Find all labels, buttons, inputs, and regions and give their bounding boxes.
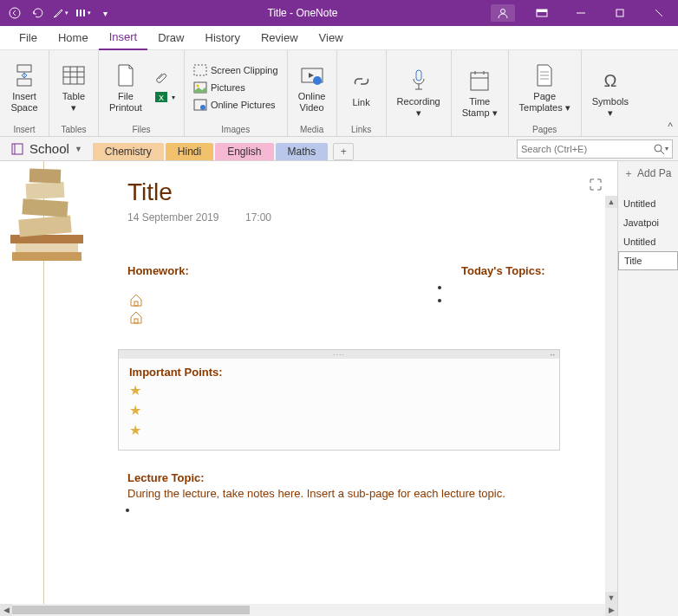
file-printout-button[interactable]: FilePrintout (104, 60, 147, 114)
add-page-button[interactable]: ＋Add Pa (618, 161, 678, 185)
back-button[interactable] (5, 3, 24, 23)
star-tag-icon[interactable]: ★ (129, 423, 141, 438)
page-title[interactable]: Title (127, 178, 173, 206)
file-attach-button[interactable] (151, 69, 179, 87)
group-insert: InsertSpace Insert (0, 50, 49, 136)
star-tag-icon[interactable]: ★ (129, 403, 141, 418)
account-avatar[interactable] (491, 4, 515, 22)
notebook-icon (10, 142, 24, 156)
maximize-button[interactable] (600, 0, 639, 26)
group-timestamp: TimeStamp ▾ (452, 50, 509, 136)
house-tag-icon[interactable] (129, 293, 143, 307)
symbols-button[interactable]: Ω Symbols▾ (587, 65, 634, 120)
tab-history[interactable]: History (195, 26, 251, 50)
tab-draw[interactable]: Draw (147, 26, 194, 50)
lecture-list[interactable] (139, 503, 142, 516)
note-container[interactable]: ····↔ Important Points: ★ ★ ★ (118, 349, 560, 451)
group-label-files: Files (132, 125, 150, 136)
lecture-text[interactable]: During the lecture, take notes here. Ins… (127, 487, 505, 500)
important-heading[interactable]: Important Points: (129, 366, 549, 379)
horizontal-scrollbar[interactable]: ◀▶ (0, 604, 617, 616)
svg-rect-48 (134, 319, 138, 323)
link-button[interactable]: Link (342, 66, 381, 110)
scroll-left-button[interactable]: ◀ (0, 604, 12, 616)
lecture-heading[interactable]: Lecture Topic: (127, 471, 205, 484)
page-templates-button[interactable]: PageTemplates ▾ (514, 60, 576, 114)
qat-customize-icon[interactable]: ▾ (95, 3, 114, 23)
page-item[interactable]: Javatpoi (618, 213, 678, 232)
ribbon-collapse-button[interactable]: ^ (668, 120, 673, 133)
svg-rect-47 (134, 302, 138, 306)
table-icon (60, 62, 88, 89)
microphone-icon (405, 67, 433, 94)
table-button[interactable]: Table▾ (55, 60, 93, 114)
svg-rect-8 (616, 10, 623, 16)
fullscreen-button[interactable] (590, 178, 602, 193)
tab-view[interactable]: View (309, 26, 354, 50)
close-button[interactable] (639, 0, 678, 26)
scroll-up-button[interactable]: ▲ (605, 196, 617, 208)
svg-rect-20 (194, 65, 206, 75)
page-item[interactable]: Untitled (618, 232, 678, 251)
section-tab-english[interactable]: English (215, 143, 273, 160)
paperclip-icon (154, 71, 168, 85)
section-tab-chemistry[interactable]: Chemistry (93, 143, 164, 160)
workspace: Title 14 September 2019 17:00 Homework: … (0, 161, 678, 616)
page-item[interactable]: Untitled (618, 194, 678, 213)
timestamp-button[interactable]: TimeStamp ▾ (457, 65, 503, 120)
page-date[interactable]: 14 September 2019 (127, 211, 218, 224)
undo-button[interactable] (28, 3, 47, 23)
page-canvas[interactable]: Title 14 September 2019 17:00 Homework: … (0, 161, 617, 616)
tab-review[interactable]: Review (251, 26, 309, 50)
vertical-scrollbar[interactable]: ▲▼ (605, 196, 617, 604)
columns-icon[interactable]: ▾ (73, 3, 92, 23)
house-tag-icon[interactable] (129, 310, 143, 324)
tab-home[interactable]: Home (48, 26, 99, 50)
svg-line-10 (655, 10, 662, 16)
ribbon-display-button[interactable] (522, 0, 561, 26)
online-pictures-button[interactable]: Online Pictures (190, 97, 282, 113)
online-video-button[interactable]: OnlineVideo (293, 60, 331, 114)
page-item[interactable]: Title (618, 251, 678, 270)
svg-rect-12 (17, 79, 31, 86)
recording-button[interactable]: Recording▾ (392, 65, 446, 120)
group-files: FilePrintout X▾ Files (99, 50, 185, 136)
topics-heading[interactable]: Today's Topics: (461, 264, 545, 277)
minimize-button[interactable] (561, 0, 600, 26)
insert-space-button[interactable]: InsertSpace (5, 60, 43, 114)
add-page-label: Add Pa (637, 167, 671, 179)
group-symbols: Ω Symbols▾ (582, 50, 639, 136)
search-input[interactable] (521, 144, 653, 154)
file-printout-icon (112, 62, 140, 89)
topics-list[interactable] (451, 281, 454, 307)
homework-heading[interactable]: Homework: (127, 264, 189, 277)
tab-insert[interactable]: Insert (99, 26, 148, 50)
svg-point-22 (196, 85, 199, 88)
container-grip[interactable]: ····↔ (119, 350, 559, 359)
svg-point-4 (501, 10, 505, 14)
link-icon (348, 68, 375, 95)
scroll-thumb[interactable] (12, 606, 250, 614)
spreadsheet-button[interactable]: X▾ (151, 88, 179, 106)
group-label-tables: Tables (62, 125, 87, 136)
notebook-name: School (29, 141, 69, 156)
pen-icon[interactable]: ▾ (50, 3, 69, 23)
add-section-button[interactable]: + (333, 143, 354, 160)
scroll-right-button[interactable]: ▶ (605, 604, 617, 616)
section-tab-maths[interactable]: Maths (276, 143, 329, 160)
notebook-dropdown[interactable]: School ▼ (5, 139, 88, 158)
tab-file[interactable]: File (9, 26, 48, 50)
search-box[interactable]: ▾ (517, 139, 673, 159)
svg-line-39 (661, 151, 664, 154)
books-decoration (3, 165, 90, 287)
screen-clipping-button[interactable]: Screen Clipping (190, 62, 282, 78)
search-icon (653, 143, 665, 155)
svg-text:X: X (159, 94, 164, 102)
page-time[interactable]: 17:00 (245, 211, 271, 224)
scroll-down-button[interactable]: ▼ (605, 592, 617, 604)
file-printout-label: FilePrintout (109, 91, 142, 113)
section-tab-hindi[interactable]: Hindi (166, 143, 213, 160)
star-tag-icon[interactable]: ★ (129, 383, 141, 398)
pictures-button[interactable]: Pictures (190, 80, 282, 95)
svg-rect-46 (29, 168, 62, 183)
